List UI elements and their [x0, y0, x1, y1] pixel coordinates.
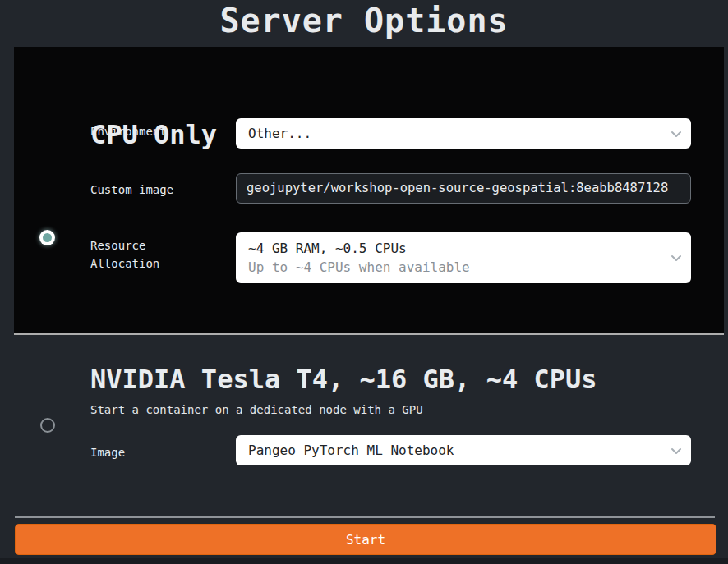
resource-allocation-select[interactable]: ~4 GB RAM, ~0.5 CPUs Up to ~4 CPUs when … [236, 232, 691, 283]
select-separator [661, 123, 661, 144]
radio-selected-dot [43, 233, 52, 242]
gpu-option-description: Start a container on a dedicated node wi… [90, 403, 423, 416]
bottom-edge [0, 558, 728, 564]
image-label: Image [90, 443, 125, 461]
server-options-page: Server Options CPU Only Environment Othe… [0, 0, 728, 564]
select-separator [661, 237, 661, 278]
chevron-down-icon [669, 250, 684, 265]
chevron-down-icon [669, 443, 684, 458]
gpu-option-radio[interactable] [40, 418, 55, 433]
footer-divider [15, 516, 715, 518]
resource-allocation-label: Resource Allocation [90, 236, 181, 273]
image-select[interactable]: Pangeo PyTorch ML Notebook [236, 435, 691, 465]
image-selected-value: Pangeo PyTorch ML Notebook [248, 442, 454, 458]
environment-label: Environment [90, 122, 167, 140]
cpu-option-radio[interactable] [39, 230, 55, 245]
select-separator [661, 440, 661, 461]
profile-option-gpu: NVIDIA Tesla T4, ~16 GB, ~4 CPUs Start a… [14, 337, 724, 516]
resource-allocation-selected-value: ~4 GB RAM, ~0.5 CPUs [248, 241, 407, 256]
resource-allocation-detail: Up to ~4 CPUs when available [248, 259, 470, 275]
custom-image-input[interactable]: geojupyter/workshop-open-source-geospati… [236, 173, 691, 204]
profile-option-cpu-only: CPU Only Environment Other... Custom ima… [14, 47, 724, 335]
chevron-down-icon [669, 126, 684, 141]
environment-selected-value: Other... [248, 126, 311, 141]
environment-select[interactable]: Other... [236, 118, 691, 149]
page-title: Server Options [0, 2, 728, 39]
gpu-option-title: NVIDIA Tesla T4, ~16 GB, ~4 CPUs [90, 364, 597, 395]
start-button[interactable]: Start [15, 524, 716, 555]
custom-image-label: Custom image [90, 181, 173, 199]
